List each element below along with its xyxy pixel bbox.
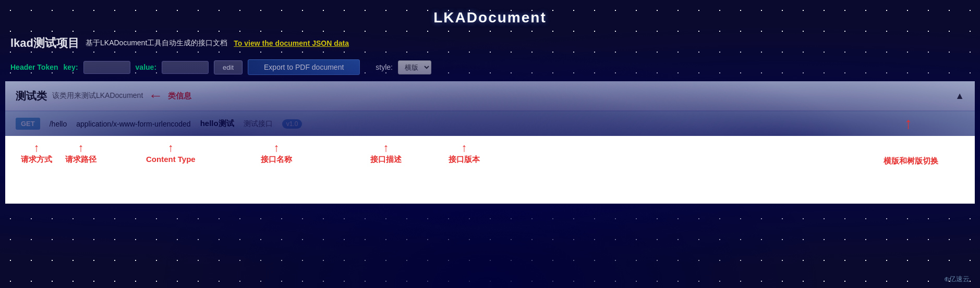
key-label: key: <box>64 63 78 71</box>
api-name-annotation: ↑ 接口名称 <box>261 141 292 165</box>
content-type-ann-label: Content Type <box>146 155 196 164</box>
api-name-arrow-up: ↑ <box>274 141 280 155</box>
content-type-text: application/x-www-form-urlencoded <box>76 120 190 128</box>
method-annotation: ↑ 请求方式 <box>21 141 52 165</box>
api-version-arrow: ↑ <box>462 141 467 155</box>
path-ann-label: 请求路径 <box>65 155 96 165</box>
project-bar: lkad测试项目 基于LKADocument工具自动生成的接口文档 To vie… <box>0 31 980 56</box>
api-version-ann-label: 接口版本 <box>449 155 480 165</box>
api-row[interactable]: GET /hello application/x-www-form-urlenc… <box>5 111 975 136</box>
api-path: /hello <box>50 120 67 128</box>
style-select-arrow: ↑ <box>904 115 912 132</box>
api-name: hello测试 <box>200 119 234 129</box>
value-label: value: <box>136 63 156 71</box>
token-value-input[interactable] <box>162 61 209 74</box>
path-arrow-up: ↑ <box>78 141 84 155</box>
edit-button[interactable]: edit <box>214 60 243 74</box>
footer-watermark: ⊕亿速云 <box>944 274 970 284</box>
annotations-container: ↑ 请求方式 ↑ 请求路径 ↑ Content Type ↑ 接口名称 ↑ 接口… <box>5 136 975 204</box>
style-switch-ann-label: 横版和树版切换 <box>884 156 938 166</box>
watermark-text: ⊕亿速云 <box>944 275 970 283</box>
content-area: 测试类 该类用来测试LKADocument ← 类信息 ▲ GET /hello… <box>5 81 975 204</box>
style-select[interactable]: 横版 树版 <box>398 60 431 74</box>
path-annotation: ↑ 请求路径 <box>65 141 96 165</box>
api-version-annotation: ↑ 接口版本 <box>449 141 480 165</box>
token-key-input[interactable] <box>83 61 130 74</box>
api-desc-arrow-up: ↑ <box>383 141 389 155</box>
content-type-arrow-up: ↑ <box>168 141 174 155</box>
api-name-ann-label: 接口名称 <box>261 155 292 165</box>
collapse-button[interactable]: ▲ <box>955 91 964 102</box>
page-title: LKADocument <box>0 0 980 31</box>
project-name: lkad测试项目 <box>10 35 79 51</box>
class-desc: 该类用来测试LKADocument <box>52 91 143 101</box>
api-desc-annotation: ↑ 接口描述 <box>370 141 402 165</box>
class-arrow-icon: ← <box>148 89 163 103</box>
project-desc: 基于LKADocument工具自动生成的接口文档 <box>86 39 227 48</box>
export-pdf-button[interactable]: Export to PDF document <box>248 59 360 75</box>
method-badge: GET <box>16 118 40 130</box>
token-label: Header Token <box>10 63 58 71</box>
api-desc: 测试接口 <box>244 119 273 129</box>
style-label: style: <box>376 63 393 71</box>
class-header: 测试类 该类用来测试LKADocument ← 类信息 ▲ <box>5 81 975 111</box>
version-badge: v1.0 <box>282 119 303 129</box>
class-name: 测试类 <box>16 89 47 103</box>
method-ann-label: 请求方式 <box>21 155 52 165</box>
token-bar: Header Token key: value: edit Export to … <box>0 56 980 81</box>
content-type-annotation: ↑ Content Type <box>146 141 196 164</box>
json-data-link[interactable]: To view the document JSON data <box>234 39 349 47</box>
api-desc-ann-label: 接口描述 <box>370 155 402 165</box>
class-annotation: 类信息 <box>168 91 191 101</box>
method-arrow-up: ↑ <box>34 141 40 155</box>
style-switch-annotation: 横版和树版切换 <box>884 156 938 166</box>
class-header-left: 测试类 该类用来测试LKADocument ← 类信息 <box>16 89 191 103</box>
